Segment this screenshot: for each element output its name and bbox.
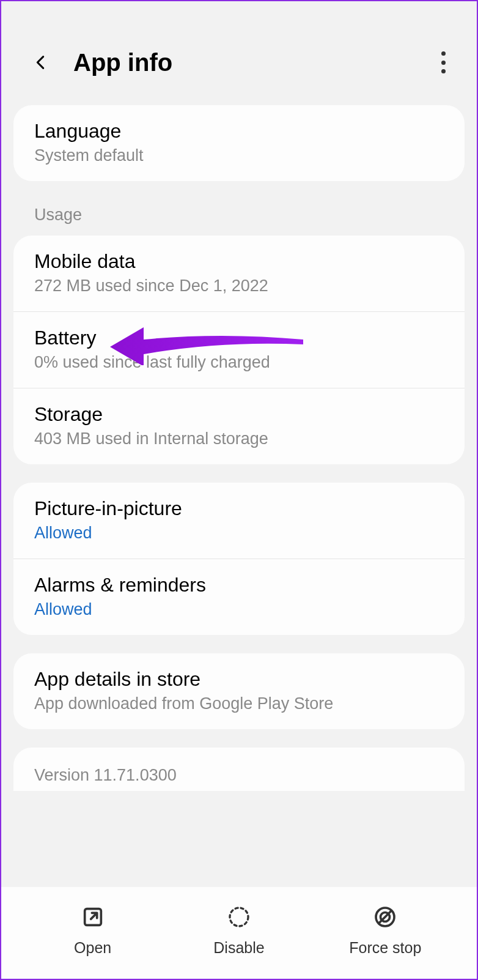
svg-point-1 [230, 908, 248, 926]
mobile-data-item[interactable]: Mobile data 272 MB used since Dec 1, 202… [13, 236, 465, 311]
storage-title: Storage [34, 403, 444, 426]
mobile-data-title: Mobile data [34, 250, 444, 273]
bottom-action-bar: Open Disable Force stop [1, 887, 477, 979]
page-title: App info [73, 49, 434, 76]
language-value: System default [34, 146, 444, 165]
disable-icon [226, 904, 252, 930]
storage-subtitle: 403 MB used in Internal storage [34, 429, 444, 448]
disable-button[interactable]: Disable [166, 904, 312, 957]
version-text: Version 11.71.0300 [34, 766, 444, 785]
more-icon[interactable] [434, 50, 452, 75]
battery-item[interactable]: Battery 0% used since last fully charged [13, 311, 465, 388]
force-stop-label: Force stop [349, 939, 421, 957]
pip-title: Picture-in-picture [34, 497, 444, 520]
disable-label: Disable [213, 939, 264, 957]
app-details-subtitle: App downloaded from Google Play Store [34, 694, 444, 713]
pip-status: Allowed [34, 524, 444, 543]
battery-subtitle: 0% used since last fully charged [34, 353, 444, 372]
alarms-status: Allowed [34, 600, 444, 619]
open-button[interactable]: Open [20, 904, 166, 957]
open-icon [79, 904, 106, 930]
alarms-item[interactable]: Alarms & reminders Allowed [13, 559, 465, 635]
version-card: Version 11.71.0300 [13, 748, 465, 791]
app-details-title: App details in store [34, 668, 444, 691]
mobile-data-subtitle: 272 MB used since Dec 1, 2022 [34, 277, 444, 295]
usage-section-label: Usage [1, 199, 477, 236]
pip-item[interactable]: Picture-in-picture Allowed [13, 483, 465, 559]
permissions-card: Picture-in-picture Allowed Alarms & remi… [13, 483, 465, 635]
language-title: Language [34, 120, 444, 143]
force-stop-button[interactable]: Force stop [312, 904, 458, 957]
usage-card: Mobile data 272 MB used since Dec 1, 202… [13, 236, 465, 464]
language-item[interactable]: Language System default [13, 105, 465, 181]
force-stop-icon [372, 904, 399, 930]
storage-item[interactable]: Storage 403 MB used in Internal storage [13, 388, 465, 464]
open-label: Open [74, 939, 111, 957]
app-details-item[interactable]: App details in store App downloaded from… [13, 653, 465, 729]
alarms-title: Alarms & reminders [34, 574, 444, 596]
language-card: Language System default [13, 105, 465, 181]
store-card: App details in store App downloaded from… [13, 653, 465, 729]
app-bar: App info [1, 1, 477, 105]
back-icon[interactable] [32, 54, 49, 71]
battery-title: Battery [34, 327, 444, 349]
